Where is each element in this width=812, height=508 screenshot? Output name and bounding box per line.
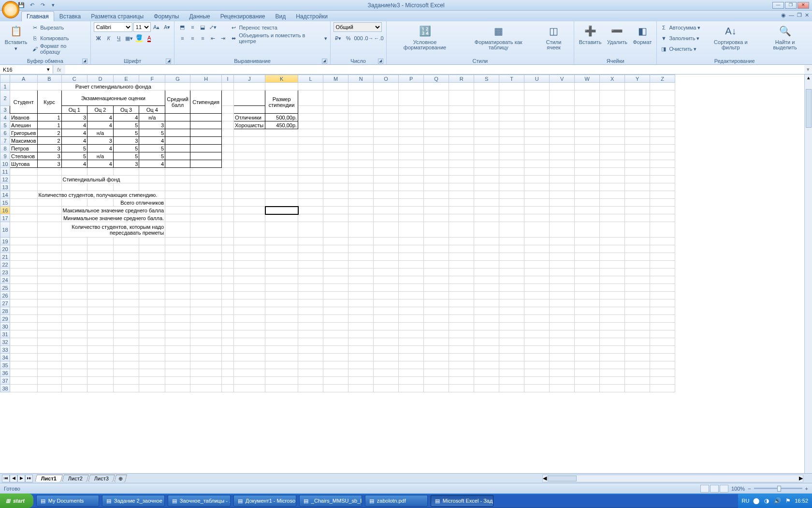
cell-Z6[interactable] xyxy=(650,129,675,137)
cell-B38[interactable] xyxy=(37,385,61,392)
cell-T21[interactable] xyxy=(499,253,524,261)
cell-V36[interactable] xyxy=(550,369,575,377)
cell-D26[interactable] xyxy=(87,292,114,299)
row-header-33[interactable]: 33 xyxy=(0,346,10,354)
cell-K5[interactable]: 450,00р. xyxy=(265,121,298,129)
cell-C3[interactable]: Оц 1 xyxy=(61,106,87,114)
cell-P12[interactable] xyxy=(399,176,424,183)
cell-N5[interactable] xyxy=(348,121,374,129)
cell-T25[interactable] xyxy=(499,284,524,292)
cell-C33[interactable] xyxy=(61,346,87,354)
first-sheet-button[interactable]: ⏮ xyxy=(2,475,10,482)
cell-P27[interactable] xyxy=(399,299,424,307)
cell-X32[interactable] xyxy=(600,338,625,346)
cell-M11[interactable] xyxy=(323,168,348,176)
cell-A7[interactable]: Максимов xyxy=(10,137,38,145)
cell-L20[interactable] xyxy=(298,245,323,253)
cell-M25[interactable] xyxy=(323,284,348,292)
cell-V6[interactable] xyxy=(550,129,575,137)
cell-S16[interactable] xyxy=(474,207,499,214)
cell-N17[interactable] xyxy=(348,214,374,222)
cell-W5[interactable] xyxy=(575,121,600,129)
cell-Z23[interactable] xyxy=(650,269,675,276)
tray-icon-3[interactable]: 🔊 xyxy=(773,497,781,505)
cell-N13[interactable] xyxy=(348,183,374,191)
cell-I14[interactable] xyxy=(222,191,234,199)
cell-V23[interactable] xyxy=(550,269,575,276)
cell-L8[interactable] xyxy=(298,145,323,152)
currency-button[interactable]: ₽▾ xyxy=(334,33,343,43)
col-header-B[interactable]: B xyxy=(37,75,61,83)
cell-Y20[interactable] xyxy=(625,245,650,253)
row-header-15[interactable]: 15 xyxy=(0,199,10,207)
cell-A1[interactable] xyxy=(10,83,38,90)
cell-M4[interactable] xyxy=(323,114,348,121)
cell-U36[interactable] xyxy=(524,369,550,377)
cell-H32[interactable] xyxy=(190,338,222,346)
cell-Z16[interactable] xyxy=(650,207,675,214)
cell-T18[interactable] xyxy=(499,222,524,238)
cell-E9[interactable]: 5 xyxy=(113,152,139,160)
cell-W17[interactable] xyxy=(575,214,600,222)
cell-W21[interactable] xyxy=(575,253,600,261)
cell-F26[interactable] xyxy=(139,292,165,299)
number-format-select[interactable]: Общий xyxy=(334,22,382,32)
cell-Q22[interactable] xyxy=(424,261,449,269)
cell-T26[interactable] xyxy=(499,292,524,299)
cell-H33[interactable] xyxy=(190,346,222,354)
cell-F37[interactable] xyxy=(139,377,165,385)
cell-G22[interactable] xyxy=(165,261,190,269)
cell-C34[interactable] xyxy=(61,354,87,361)
cell-N30[interactable] xyxy=(348,323,374,330)
cell-O15[interactable] xyxy=(374,199,399,207)
cell-X25[interactable] xyxy=(600,284,625,292)
cell-K38[interactable] xyxy=(265,385,298,392)
page-layout-view-button[interactable] xyxy=(710,485,719,493)
cell-Q24[interactable] xyxy=(424,276,449,284)
cell-Z28[interactable] xyxy=(650,307,675,315)
cell-J7[interactable] xyxy=(234,137,265,145)
cell-Z8[interactable] xyxy=(650,145,675,152)
cell-T35[interactable] xyxy=(499,361,524,369)
cell-L9[interactable] xyxy=(298,152,323,160)
cell-X36[interactable] xyxy=(600,369,625,377)
cell-S17[interactable] xyxy=(474,214,499,222)
cell-M37[interactable] xyxy=(323,377,348,385)
formula-bar[interactable] xyxy=(65,65,804,74)
paste-button[interactable]: 📋 Вставить▾ xyxy=(3,22,29,52)
cell-E23[interactable] xyxy=(113,269,139,276)
cell-R29[interactable] xyxy=(449,315,474,323)
cell-B10[interactable]: 3 xyxy=(37,160,61,168)
cell-H28[interactable] xyxy=(190,307,222,315)
cell-U2[interactable] xyxy=(524,90,550,106)
cell-V20[interactable] xyxy=(550,245,575,253)
cell-A20[interactable] xyxy=(10,245,38,253)
cell-R10[interactable] xyxy=(449,160,474,168)
cell-U15[interactable] xyxy=(524,199,550,207)
cell-Z21[interactable] xyxy=(650,253,675,261)
cell-V35[interactable] xyxy=(550,361,575,369)
cell-G35[interactable] xyxy=(165,361,190,369)
tab-insert[interactable]: Вставка xyxy=(55,12,86,21)
cell-T22[interactable] xyxy=(499,261,524,269)
cell-E19[interactable] xyxy=(113,238,139,245)
font-color-button[interactable]: A xyxy=(145,33,154,43)
cell-T36[interactable] xyxy=(499,369,524,377)
cell-A11[interactable] xyxy=(10,168,38,176)
cell-B23[interactable] xyxy=(37,269,61,276)
cell-F23[interactable] xyxy=(139,269,165,276)
cell-S24[interactable] xyxy=(474,276,499,284)
cell-O13[interactable] xyxy=(374,183,399,191)
cell-T13[interactable] xyxy=(499,183,524,191)
row-header-24[interactable]: 24 xyxy=(0,276,10,284)
cell-Z29[interactable] xyxy=(650,315,675,323)
cell-O30[interactable] xyxy=(374,323,399,330)
cell-I13[interactable] xyxy=(222,183,234,191)
cell-K34[interactable] xyxy=(265,354,298,361)
cell-G21[interactable] xyxy=(165,253,190,261)
cell-U29[interactable] xyxy=(524,315,550,323)
cell-X37[interactable] xyxy=(600,377,625,385)
cell-Y28[interactable] xyxy=(625,307,650,315)
cell-Z12[interactable] xyxy=(650,176,675,183)
cell-R38[interactable] xyxy=(449,385,474,392)
